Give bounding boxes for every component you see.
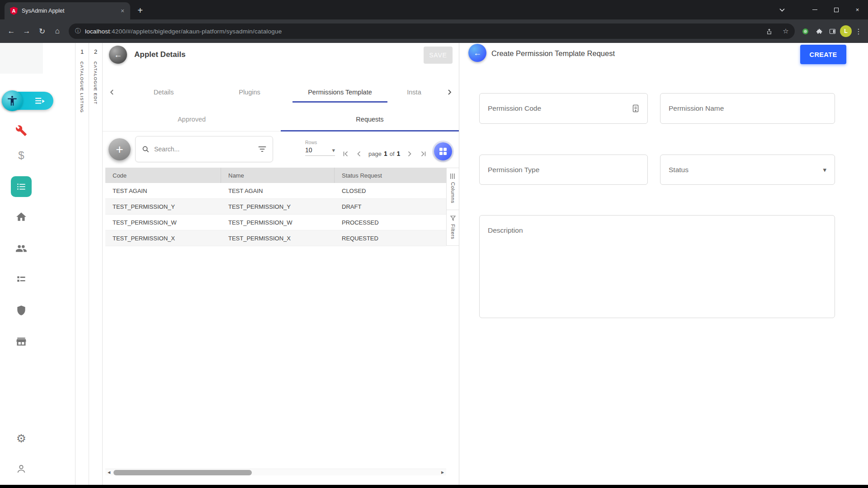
refresh-icon[interactable]: ↻ — [34, 23, 50, 39]
share-icon[interactable] — [763, 25, 775, 38]
next-page-icon[interactable] — [404, 147, 415, 160]
add-request-button[interactable]: + — [108, 138, 131, 160]
close-window-button[interactable]: × — [847, 0, 868, 19]
forward-nav-icon[interactable]: → — [19, 23, 34, 39]
column-header-name[interactable]: Name — [221, 168, 335, 183]
status-select-field[interactable]: Status ▾ — [660, 155, 835, 185]
tab-permissions-template[interactable]: Permissions Template — [292, 82, 387, 103]
home-icon[interactable]: ⌂ — [50, 23, 65, 39]
address-bar[interactable]: ⓘ localhost:4200/#/applets/bigledger/aka… — [69, 23, 795, 39]
first-page-icon[interactable] — [340, 147, 351, 160]
create-button[interactable]: CREATE — [800, 45, 846, 64]
browser-tab[interactable]: A SysAdmin Applet × — [5, 2, 130, 19]
save-button[interactable]: SAVE — [424, 47, 453, 64]
scrollbar-thumb[interactable] — [113, 470, 252, 475]
permission-name-field[interactable]: Permission Name — [660, 93, 835, 124]
table-cell: TEST AGAIN — [105, 188, 221, 194]
extension-green-icon[interactable] — [798, 24, 812, 38]
new-tab-button[interactable]: + — [134, 4, 146, 17]
table-row[interactable]: TEST AGAINTEST AGAINCLOSED — [105, 183, 446, 199]
tab-close-icon[interactable]: × — [118, 7, 127, 15]
window-controls: × — [804, 0, 868, 19]
sidebar-item-finance[interactable]: $ — [11, 145, 32, 166]
tabs-scroll-left-icon[interactable] — [103, 82, 121, 103]
bookmark-star-icon[interactable]: ☆ — [779, 25, 792, 38]
browser-tab-title: SysAdmin Applet — [22, 8, 114, 14]
field-label: Description — [488, 226, 826, 235]
tab-requests[interactable]: Requests — [281, 107, 459, 131]
workspace-rails: 1 CATALOGUE LISTING 2 CATALOGUE EDIT — [75, 43, 103, 485]
grip-icon — [450, 174, 455, 179]
prev-page-icon[interactable] — [353, 147, 365, 160]
table-row[interactable]: TEST_PERMISSION_WTEST_PERMISSION_WPROCES… — [105, 215, 446, 230]
workspace-rail-catalogue-listing[interactable]: 1 CATALOGUE LISTING — [75, 43, 89, 485]
table-cell: TEST_PERMISSION_W — [221, 219, 335, 226]
column-header-status-request[interactable]: Status Request — [335, 172, 446, 179]
maximize-button[interactable] — [826, 0, 847, 19]
sidebar-item-settings[interactable]: ⚙ — [11, 428, 32, 449]
of-word: of — [390, 150, 395, 157]
tab-approved[interactable]: Approved — [103, 107, 281, 131]
app-sidebar: $ ⚙ — [0, 43, 43, 485]
accessibility-widget[interactable] — [2, 90, 53, 111]
sidebar-item-catalogue-active[interactable] — [11, 176, 32, 197]
table-cell: PROCESSED — [335, 219, 446, 226]
permission-code-field[interactable]: Permission Code — [479, 93, 648, 124]
column-header-code[interactable]: Code — [105, 168, 221, 183]
widget-menu-icon[interactable] — [34, 96, 45, 106]
table-row[interactable]: TEST_PERMISSION_XTEST_PERMISSION_XREQUES… — [105, 230, 446, 246]
browser-menu-icon[interactable]: ⋮ — [853, 24, 864, 38]
table-cell: TEST_PERMISSION_Y — [105, 203, 221, 210]
minimize-button[interactable] — [804, 0, 826, 19]
back-button[interactable]: ← — [109, 46, 127, 64]
site-info-icon[interactable]: ⓘ — [75, 27, 81, 35]
description-field[interactable]: Description — [479, 215, 835, 318]
url-host: localhost — [85, 28, 110, 35]
page-current: 1 — [384, 150, 387, 157]
funnel-icon — [450, 216, 456, 221]
table-row[interactable]: TEST_PERMISSION_YTEST_PERMISSION_YDRAFT — [105, 199, 446, 215]
back-nav-icon[interactable]: ← — [4, 23, 19, 39]
tab-details[interactable]: Details — [121, 82, 207, 103]
sidebar-item-users[interactable] — [11, 238, 32, 259]
tabs-scroll-right-icon[interactable] — [441, 82, 459, 103]
columns-toggle[interactable]: Columns — [447, 168, 459, 210]
dropdown-caret-icon: ▾ — [823, 166, 826, 174]
page-indicator: page 1 of 1 — [368, 150, 400, 157]
horizontal-scrollbar: ◀ ▶ — [105, 469, 446, 475]
sidebar-item-listing[interactable] — [11, 269, 32, 290]
tab-plugins[interactable]: Plugins — [207, 82, 292, 103]
back-arrow-icon: ← — [473, 48, 481, 58]
table-cell: TEST AGAIN — [221, 188, 335, 194]
side-panel-icon[interactable] — [826, 24, 839, 38]
scroll-right-icon[interactable]: ▶ — [439, 469, 446, 476]
sidebar-item-home[interactable] — [11, 206, 32, 227]
search-input[interactable] — [154, 145, 254, 153]
last-page-icon[interactable] — [417, 147, 429, 160]
tab-search-chevron-icon[interactable] — [774, 0, 790, 19]
accessibility-icon[interactable] — [2, 90, 23, 111]
tab-installation[interactable]: Insta — [387, 82, 441, 103]
filters-toggle[interactable]: Filters — [447, 210, 459, 246]
shield-icon — [15, 305, 27, 316]
workspace-rail-catalogue-edit[interactable]: 2 CATALOGUE EDIT — [89, 43, 102, 485]
scroll-left-icon[interactable]: ◀ — [105, 469, 113, 476]
profile-avatar[interactable]: L — [839, 24, 853, 38]
permission-code-lookup-icon[interactable] — [632, 104, 639, 113]
scrollbar-track[interactable] — [113, 469, 439, 475]
extensions-puzzle-icon[interactable] — [812, 24, 826, 38]
filter-list-icon[interactable] — [258, 146, 266, 152]
rows-caret-icon: ▾ — [332, 147, 335, 154]
grid-view-button[interactable] — [434, 142, 452, 160]
table-cell: CLOSED — [335, 188, 446, 194]
panel-back-button[interactable]: ← — [468, 44, 486, 62]
grid-icon — [439, 148, 447, 155]
sidebar-item-profile[interactable] — [11, 459, 32, 479]
table-cell: TEST_PERMISSION_X — [105, 235, 221, 242]
permission-type-field[interactable]: Permission Type — [479, 155, 648, 185]
sidebar-item-store[interactable] — [11, 331, 32, 352]
page-total: 1 — [397, 150, 401, 157]
sidebar-item-tools[interactable] — [11, 120, 32, 141]
rows-per-page-select[interactable]: Rows 10 ▾ — [305, 140, 335, 156]
sidebar-item-security[interactable] — [11, 300, 32, 321]
